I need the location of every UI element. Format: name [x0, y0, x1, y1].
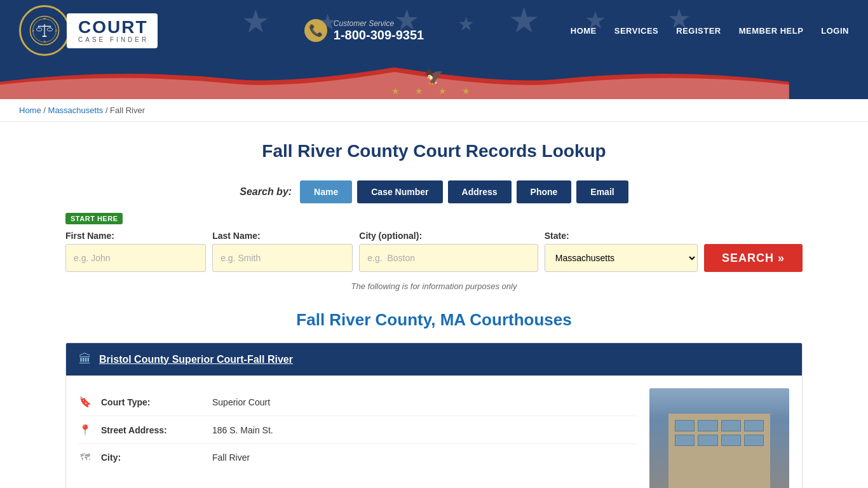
- first-name-input[interactable]: [65, 244, 206, 272]
- state-select[interactable]: AlabamaAlaskaArizonaArkansasCaliforniaCo…: [545, 244, 698, 272]
- nav-services[interactable]: SERVICES: [614, 26, 659, 36]
- logo-badge: ★ ★ ★ ★: [19, 5, 70, 56]
- courthouse-card: 🏛 Bristol County Superior Court-Fall Riv…: [65, 342, 803, 488]
- location-icon: 📍: [79, 424, 92, 436]
- tab-name[interactable]: Name: [300, 180, 352, 203]
- logo-sub: CASE FINDER: [78, 36, 149, 43]
- main-nav: HOME SERVICES REGISTER MEMBER HELP LOGIN: [571, 26, 849, 36]
- courthouse-image: [649, 388, 789, 488]
- street-label: Street Address:: [101, 425, 203, 435]
- last-name-input[interactable]: [212, 244, 353, 272]
- cs-label: Customer Service: [334, 19, 424, 28]
- courthouse-body: 🔖 Court Type: Superior Court 📍 Street Ad…: [66, 376, 802, 488]
- courthouse-details: 🔖 Court Type: Superior Court 📍 Street Ad…: [79, 388, 637, 488]
- courthouse-name[interactable]: Bristol County Superior Court-Fall River: [99, 354, 293, 365]
- nav-login[interactable]: LOGIN: [821, 26, 849, 36]
- logo[interactable]: ★ ★ ★ ★ COURT CASE FINDER: [19, 5, 158, 56]
- courthouses-title: Fall River County, MA Courthouses: [65, 310, 803, 330]
- logo-title: COURT: [78, 18, 149, 36]
- search-button[interactable]: SEARCH »: [704, 244, 803, 272]
- tab-address[interactable]: Address: [448, 180, 512, 203]
- court-type-value: Superior Court: [212, 397, 270, 407]
- court-type-label: Court Type:: [101, 397, 203, 407]
- phone-icon: 📞: [304, 19, 327, 42]
- eagle-banner: 🦅 ★ ★ ★ ★: [0, 61, 868, 99]
- detail-row-city: 🗺 City: Fall River: [79, 444, 637, 471]
- tab-email[interactable]: Email: [576, 180, 628, 203]
- state-field: State: AlabamaAlaskaArizonaArkansasCalif…: [545, 231, 698, 272]
- courthouse-icon: 🏛: [79, 352, 92, 367]
- city-detail-label: City:: [101, 452, 203, 463]
- customer-service: 📞 Customer Service 1-800-309-9351: [304, 19, 424, 43]
- city-input[interactable]: [359, 244, 538, 272]
- breadcrumb-home[interactable]: Home: [19, 105, 41, 115]
- search-form: First Name: Last Name: City (optional): …: [65, 231, 803, 272]
- street-value: 186 S. Main St.: [212, 425, 273, 435]
- eagle-icon: 🦅: [424, 69, 444, 85]
- main-content: Fall River County Court Records Lookup S…: [53, 122, 815, 488]
- breadcrumb-state[interactable]: Massachusetts: [48, 105, 104, 115]
- city-detail-value: Fall River: [212, 452, 250, 463]
- state-label: State:: [545, 231, 698, 241]
- detail-row-address: 📍 Street Address: 186 S. Main St.: [79, 416, 637, 444]
- last-name-label: Last Name:: [212, 231, 353, 241]
- breadcrumb: Home / Massachusetts / Fall River: [0, 99, 868, 122]
- first-name-field: First Name:: [65, 231, 206, 272]
- search-by-row: Search by: Name Case Number Address Phon…: [65, 180, 803, 203]
- city-field: City (optional):: [359, 231, 538, 272]
- start-here-badge: START HERE: [65, 213, 803, 231]
- first-name-label: First Name:: [65, 231, 206, 241]
- tab-phone[interactable]: Phone: [517, 180, 572, 203]
- cs-number: 1-800-309-9351: [334, 28, 424, 43]
- courthouse-header: 🏛 Bristol County Superior Court-Fall Riv…: [66, 343, 802, 376]
- search-area: Search by: Name Case Number Address Phon…: [65, 180, 803, 291]
- nav-home[interactable]: HOME: [571, 26, 597, 36]
- detail-row-type: 🔖 Court Type: Superior Court: [79, 388, 637, 416]
- search-by-label: Search by:: [240, 186, 292, 198]
- eagle-stars: ★ ★ ★ ★: [391, 86, 477, 96]
- last-name-field: Last Name:: [212, 231, 353, 272]
- page-title: Fall River County Court Records Lookup: [65, 141, 803, 161]
- svg-rect-12: [43, 36, 47, 37]
- info-note: The following is for information purpose…: [65, 281, 803, 291]
- nav-register[interactable]: REGISTER: [676, 26, 721, 36]
- tab-case-number[interactable]: Case Number: [357, 180, 442, 203]
- city-label: City (optional):: [359, 231, 538, 241]
- gavel-icon: 🔖: [79, 396, 92, 408]
- city-icon: 🗺: [79, 452, 92, 463]
- breadcrumb-city: Fall River: [110, 105, 145, 115]
- nav-member-help[interactable]: MEMBER HELP: [739, 26, 804, 36]
